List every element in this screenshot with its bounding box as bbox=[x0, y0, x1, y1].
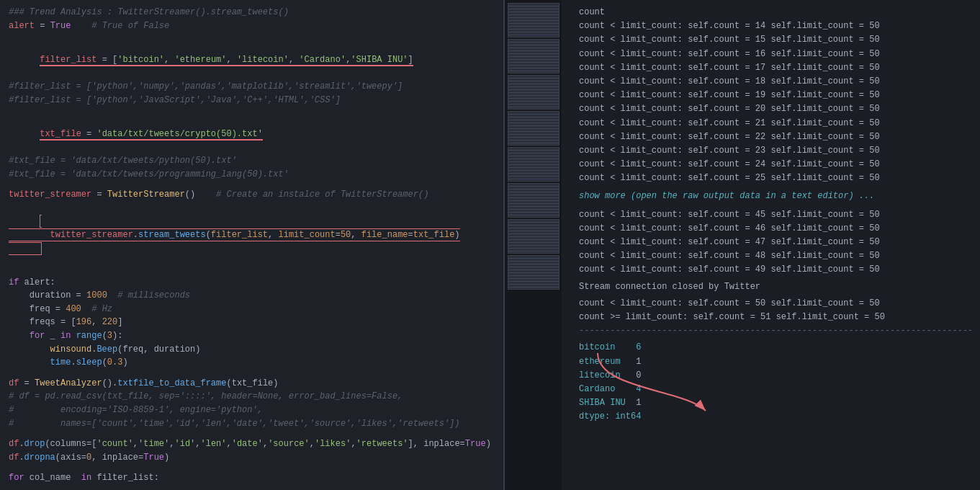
left-code-panel: ### Trend Analysis : TwitterStreamer().s… bbox=[0, 0, 504, 490]
line-cmt-df3: # names=['count','time','id','len','date… bbox=[9, 417, 495, 431]
thumb-6[interactable] bbox=[508, 183, 559, 218]
line-txtfile: txt_file = 'data/txt/tweets/crypto(50).t… bbox=[9, 114, 495, 154]
thumb-7[interactable] bbox=[508, 219, 559, 254]
result-bitcoin: bitcoin 6 bbox=[579, 341, 963, 355]
output-section: count count < limit_count: self.count = … bbox=[570, 3, 971, 487]
out-45: count < limit_count: self.count = 45 sel… bbox=[579, 208, 963, 222]
right-output-panel: count count < limit_count: self.count = … bbox=[562, 0, 980, 490]
line-freq: freq = 400 # Hz bbox=[9, 303, 495, 316]
out-25: count < limit_count: self.count = 25 sel… bbox=[579, 172, 963, 185]
line-1: alert = True # True of False bbox=[9, 19, 495, 33]
out-46: count < limit_count: self.count = 46 sel… bbox=[579, 222, 963, 236]
thumb-2[interactable] bbox=[508, 39, 559, 74]
show-more-link[interactable]: show more (open the raw output data in a… bbox=[579, 190, 963, 203]
line-apply: df[f'{col_name}'] = df['tweet'].apply(la… bbox=[9, 485, 495, 490]
line-for: for _ in range(3): bbox=[9, 329, 495, 343]
divider: ----------------------------------------… bbox=[579, 324, 963, 338]
line-duration: duration = 1000 # milliseconds bbox=[9, 289, 495, 303]
line-cmt-df2: # encoding='ISO-8859-1', engine='python'… bbox=[9, 404, 495, 417]
thumb-1[interactable] bbox=[508, 3, 559, 37]
line-cmt-df: # df = pd.read_csv(txt_file, sep='::::',… bbox=[9, 390, 495, 404]
result-dtype: dtype: int64 bbox=[579, 410, 963, 424]
line-cmt-filter2: #filter_list = ['python','numpy','pandas… bbox=[9, 80, 495, 94]
output-count-label: count bbox=[579, 6, 963, 19]
out-14: count < limit_count: self.count = 14 sel… bbox=[579, 19, 963, 33]
code-content: ### Trend Analysis : TwitterStreamer().s… bbox=[9, 6, 495, 490]
line-cmt-txtfile3: #txt_file = 'data/txt/tweets/programming… bbox=[9, 168, 495, 182]
out-19: count < limit_count: self.count = 19 sel… bbox=[579, 89, 963, 102]
line-for-col: for col_name in filter_list: bbox=[9, 471, 495, 485]
line-cmt-txtfile2: #txt_file = 'data/txt/tweets/python(50).… bbox=[9, 154, 495, 168]
out-16: count < limit_count: self.count = 16 sel… bbox=[579, 48, 963, 61]
thumb-5[interactable] bbox=[508, 147, 559, 182]
stream-closed: Stream connection closed by Twitter bbox=[579, 280, 963, 294]
line-comment-1: ### Trend Analysis : TwitterStreamer().s… bbox=[9, 6, 495, 19]
result-table: bitcoin 6 ethereum 1 litecoin 0 Cardano … bbox=[579, 341, 963, 424]
out-20: count < limit_count: self.count = 20 sel… bbox=[579, 102, 963, 116]
out-51: count >= limit_count: self.count = 51 se… bbox=[579, 311, 963, 324]
out-18: count < limit_count: self.count = 18 sel… bbox=[579, 75, 963, 89]
line-beep: winsound.Beep(freq, duration) bbox=[9, 343, 495, 357]
result-litecoin: litecoin 0 bbox=[579, 369, 963, 383]
thumbnail-strip bbox=[504, 0, 562, 490]
line-cmt-filter3: #filter_list = ['python','JavaScript','J… bbox=[9, 94, 495, 107]
line-df: df = TweetAnalyzer().txtfile_to_data_fra… bbox=[9, 377, 495, 391]
out-49: count < limit_count: self.count = 49 sel… bbox=[579, 263, 963, 277]
result-shiba: SHIBA INU 1 bbox=[579, 396, 963, 410]
thumb-4[interactable] bbox=[508, 111, 559, 146]
line-dropna: df.dropna(axis=0, inplace=True) bbox=[9, 451, 495, 465]
result-cardano: Cardano 4 bbox=[579, 383, 963, 396]
line-drop: df.drop(columns=['count','time','id','le… bbox=[9, 437, 495, 451]
out-22: count < limit_count: self.count = 22 sel… bbox=[579, 130, 963, 144]
line-freqs: freqs = [196, 220] bbox=[9, 316, 495, 329]
out-50: count < limit_count: self.count = 50 sel… bbox=[579, 297, 963, 311]
out-23: count < limit_count: self.count = 23 sel… bbox=[579, 144, 963, 158]
thumb-3[interactable] bbox=[508, 75, 559, 110]
out-15: count < limit_count: self.count = 15 sel… bbox=[579, 33, 963, 47]
out-17: count < limit_count: self.count = 17 sel… bbox=[579, 61, 963, 75]
out-47: count < limit_count: self.count = 47 sel… bbox=[579, 236, 963, 249]
result-ethereum: ethereum 1 bbox=[579, 355, 963, 369]
out-21: count < limit_count: self.count = 21 sel… bbox=[579, 117, 963, 130]
line-if-alert: if alert: bbox=[9, 276, 495, 290]
line-streamer: twitter_streamer = TwitterStreamer() # C… bbox=[9, 188, 495, 202]
line-sleep: time.sleep(0.3) bbox=[9, 356, 495, 370]
out-48: count < limit_count: self.count = 48 sel… bbox=[579, 249, 963, 263]
line-stream-call: twitter_streamer.stream_tweets(filter_li… bbox=[9, 202, 495, 269]
thumb-8[interactable] bbox=[508, 255, 559, 290]
out-24: count < limit_count: self.count = 24 sel… bbox=[579, 158, 963, 172]
line-filter: filter_list = ['bitcoin', 'ethereum', 'l… bbox=[9, 40, 495, 80]
